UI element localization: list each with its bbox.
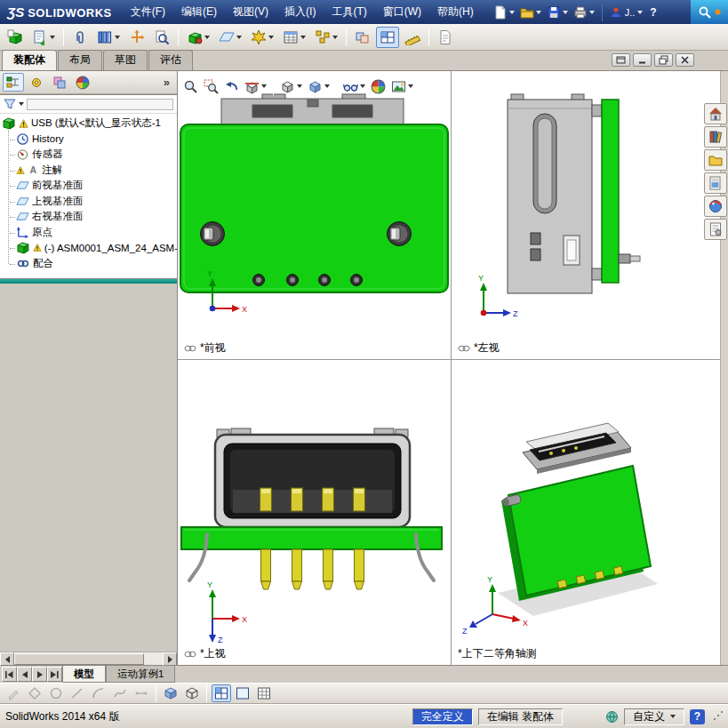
scrollbar-thumb[interactable]: [14, 653, 144, 665]
print-button[interactable]: [572, 4, 596, 20]
reference-geometry-button[interactable]: [215, 27, 245, 48]
component-pattern-button[interactable]: [93, 27, 124, 48]
resources-tab[interactable]: [704, 103, 727, 124]
search-panel[interactable]: [691, 0, 728, 24]
insert-component-button[interactable]: [4, 27, 27, 48]
sketch-tool-button[interactable]: [89, 684, 108, 702]
previous-tab-button[interactable]: [17, 667, 32, 682]
front-view-model[interactable]: Y X: [178, 71, 451, 359]
tree-filter-input[interactable]: [27, 99, 173, 110]
sketch-tool-button[interactable]: [4, 684, 23, 702]
section-view-button[interactable]: [243, 76, 268, 96]
zoom-to-area-button[interactable]: [202, 76, 220, 96]
single-viewport-button[interactable]: [233, 684, 252, 702]
window-pane-button[interactable]: [612, 53, 630, 67]
restore-button[interactable]: [654, 53, 673, 67]
zoom-to-fit-button[interactable]: [181, 76, 200, 96]
menu-edit[interactable]: 编辑(E): [173, 0, 225, 24]
last-tab-button[interactable]: [47, 667, 62, 682]
shaded-view-button[interactable]: [161, 684, 180, 702]
menu-view[interactable]: 视图(V): [225, 0, 276, 24]
tab-motion-study[interactable]: 运动算例1: [106, 666, 175, 683]
scrollbar-track[interactable]: [144, 652, 163, 665]
left-view-model[interactable]: Y Z: [452, 71, 719, 359]
file-explorer-tab[interactable]: [704, 149, 727, 171]
tab-layout[interactable]: 布局: [58, 50, 102, 70]
tab-model[interactable]: 模型: [62, 666, 106, 683]
panel-expand-button[interactable]: »: [159, 76, 174, 89]
property-manager-tab[interactable]: [26, 73, 47, 92]
tab-evaluate[interactable]: 评估: [148, 50, 193, 70]
feature-manager-tab[interactable]: [3, 73, 24, 92]
display-style-button[interactable]: [306, 76, 332, 96]
view-settings-button[interactable]: [376, 27, 399, 48]
open-button[interactable]: [519, 4, 542, 20]
menu-insert[interactable]: 插入(I): [276, 0, 324, 24]
scroll-left-button[interactable]: [0, 652, 14, 666]
new-motion-study-button[interactable]: [247, 27, 277, 48]
sketch-tool-button[interactable]: [110, 684, 130, 702]
status-globe-icon[interactable]: [605, 710, 619, 724]
new-document-button[interactable]: [492, 4, 516, 20]
tree-item-history[interactable]: History: [2, 132, 177, 148]
tree-item-annotations[interactable]: A 注解: [2, 163, 177, 179]
design-library-tab[interactable]: [704, 126, 727, 148]
scroll-right-button[interactable]: [163, 652, 177, 666]
tree-item-right-plane[interactable]: 右视基准面: [2, 209, 177, 225]
measure-button[interactable]: [401, 27, 424, 48]
view-orientation-button[interactable]: [278, 76, 304, 96]
move-component-button[interactable]: [125, 27, 148, 48]
insert-from-file-button[interactable]: [28, 27, 59, 48]
top-view-model[interactable]: Y X Z: [178, 360, 451, 664]
interference-detection-button[interactable]: [351, 27, 374, 48]
tab-assembly[interactable]: 装配体: [2, 50, 57, 70]
filter-caret[interactable]: [19, 102, 24, 106]
edit-appearance-button[interactable]: [369, 76, 388, 96]
mate-button[interactable]: [68, 27, 92, 48]
tree-item-origin[interactable]: 原点: [2, 225, 177, 241]
menu-help[interactable]: 帮助(H): [429, 0, 482, 24]
show-hidden-components-button[interactable]: [150, 27, 173, 48]
sketch-tool-button[interactable]: [68, 684, 87, 702]
options-page-button[interactable]: [434, 27, 457, 48]
sketch-tool-button[interactable]: [25, 684, 44, 702]
display-manager-tab[interactable]: [72, 73, 93, 92]
wireframe-view-button[interactable]: [182, 684, 202, 702]
tree-item-front-plane[interactable]: 前视基准面: [2, 178, 177, 194]
menu-tools[interactable]: 工具(T): [324, 0, 374, 24]
status-custom-dropdown[interactable]: 自定义: [624, 708, 684, 725]
tree-item-component-asm0001[interactable]: (-) ASM0001_ASM_24_ASM-: [2, 240, 177, 256]
isometric-view-model[interactable]: Y X Z: [452, 360, 719, 664]
viewport-left[interactable]: Y Z *左视: [452, 71, 720, 360]
custom-properties-tab[interactable]: [704, 219, 727, 240]
help-button[interactable]: ?: [650, 6, 656, 19]
assembly-features-button[interactable]: [183, 27, 213, 48]
configuration-manager-tab[interactable]: [49, 73, 70, 92]
user-account-button[interactable]: J..: [609, 5, 644, 20]
save-button[interactable]: [546, 4, 569, 20]
close-button[interactable]: [676, 53, 694, 67]
apply-scene-button[interactable]: [389, 76, 415, 96]
menu-file[interactable]: 文件(F): [123, 0, 173, 24]
hide-show-items-button[interactable]: [341, 76, 367, 96]
tree-item-usb-root[interactable]: USB (默认<默认_显示状态-1: [2, 116, 177, 132]
tree-item-sensors[interactable]: 传感器: [2, 147, 177, 163]
resize-grip[interactable]: [712, 711, 723, 722]
tree-item-mates[interactable]: 配合: [2, 256, 177, 272]
first-tab-button[interactable]: [2, 667, 17, 682]
view-palette-tab[interactable]: [704, 172, 727, 194]
filter-funnel-icon[interactable]: [4, 98, 16, 110]
tab-sketch[interactable]: 草图: [103, 50, 148, 70]
viewport-front[interactable]: Y X *前视: [178, 71, 452, 360]
exploded-view-button[interactable]: [311, 27, 341, 48]
appearances-tab[interactable]: [704, 196, 727, 217]
minimize-button[interactable]: [633, 53, 652, 67]
sketch-tool-button[interactable]: [132, 684, 151, 702]
grid-viewport-button[interactable]: [254, 684, 274, 702]
viewport-top[interactable]: Y X Z *上视: [178, 360, 452, 665]
previous-view-button[interactable]: [222, 76, 241, 96]
viewport-isometric[interactable]: Y X Z *上下二等角轴测: [452, 360, 720, 665]
next-tab-button[interactable]: [32, 667, 47, 682]
menu-window[interactable]: 窗口(W): [375, 0, 429, 24]
status-help-button[interactable]: ?: [690, 709, 705, 724]
